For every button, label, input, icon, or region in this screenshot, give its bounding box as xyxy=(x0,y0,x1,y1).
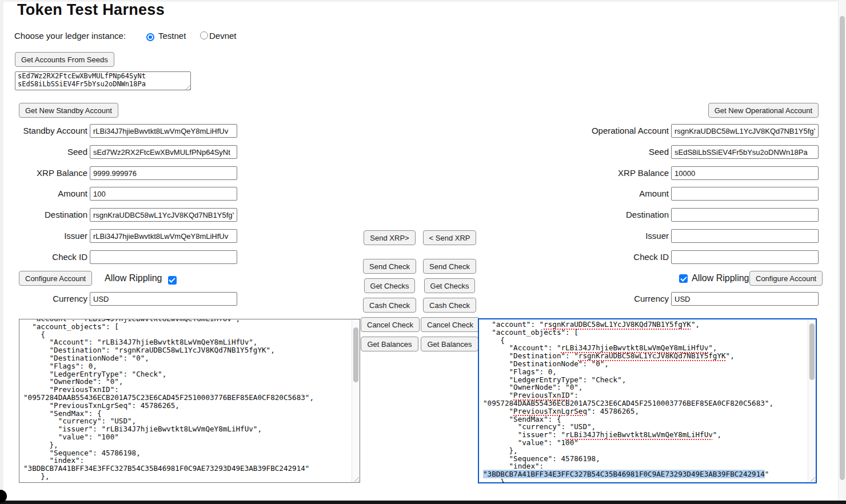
get-accounts-from-seeds-button[interactable]: Get Accounts From Seeds xyxy=(15,52,114,67)
standby-issuer-input[interactable] xyxy=(90,229,237,243)
scrollbar-thumb[interactable] xyxy=(809,323,815,380)
operational-get-checks-button[interactable]: Get Checks xyxy=(424,278,476,293)
operational-xrp-balance-label: XRP Balance xyxy=(580,166,669,180)
standby-issuer-label: Issuer xyxy=(0,229,87,243)
standby-account-label: Standby Account xyxy=(0,124,87,138)
operational-destination-input[interactable] xyxy=(671,208,819,222)
standby-amount-label: Amount xyxy=(0,187,87,201)
standby-currency-input[interactable] xyxy=(90,292,237,306)
standby-get-checks-button[interactable]: Get Checks xyxy=(364,278,416,293)
standby-seed-input[interactable] xyxy=(90,145,237,159)
standby-seed-label: Seed xyxy=(0,145,87,159)
devnet-radio-label[interactable]: Devnet xyxy=(209,31,237,41)
standby-result-scrollbar[interactable] xyxy=(352,319,360,482)
standby-send-check-button[interactable]: Send Check xyxy=(363,259,416,274)
testnet-radio-label[interactable]: Testnet xyxy=(158,31,186,41)
page-scrollbar[interactable] xyxy=(838,0,846,504)
standby-xrp-balance-input[interactable] xyxy=(90,166,237,180)
operational-issuer-label: Issuer xyxy=(580,229,669,243)
standby-check-id-input[interactable] xyxy=(90,250,237,264)
operational-destination-label: Destination xyxy=(580,208,669,222)
operational-xrp-balance-input[interactable] xyxy=(671,166,819,180)
operational-amount-input[interactable] xyxy=(671,187,819,201)
operational-cash-check-button[interactable]: Cash Check xyxy=(423,298,476,313)
standby-account-input[interactable] xyxy=(90,124,237,138)
standby-send-xrp-button[interactable]: Send XRP> xyxy=(364,230,415,245)
operational-send-check-button[interactable]: Send Check xyxy=(423,259,476,274)
seeds-textarea-container: sEd7Wz2RX2FtcEwXBvMULfPNp64SyNt sEdS8iLb… xyxy=(15,71,191,90)
page-title: Token Test Harness xyxy=(17,1,165,19)
operational-check-id-label: Check ID xyxy=(580,250,669,264)
standby-destination-label: Destination xyxy=(0,208,87,222)
standby-cancel-check-button[interactable]: Cancel Check xyxy=(361,317,420,332)
operational-seed-input[interactable] xyxy=(671,145,819,159)
operational-issuer-input[interactable] xyxy=(671,229,819,243)
standby-destination-input[interactable] xyxy=(90,208,237,222)
operational-allow-rippling-label[interactable]: Allow Rippling xyxy=(692,273,749,283)
standby-amount-input[interactable] xyxy=(90,187,237,201)
operational-currency-input[interactable] xyxy=(671,292,819,306)
standby-allow-rippling-checkbox[interactable] xyxy=(168,276,177,285)
scrollbar-thumb[interactable] xyxy=(353,327,358,382)
standby-result-textarea[interactable]: "account": "rLBi34J7hjieBwvtkt8LwVmQeY8m… xyxy=(19,319,360,483)
operational-cancel-check-button[interactable]: Cancel Check xyxy=(421,317,480,332)
operational-send-xrp-button[interactable]: < Send XRP xyxy=(423,230,477,245)
standby-cash-check-button[interactable]: Cash Check xyxy=(363,298,416,313)
get-new-operational-account-button[interactable]: Get New Operational Account xyxy=(708,103,819,118)
standby-configure-account-button[interactable]: Configure Account xyxy=(19,271,92,286)
operational-check-id-input[interactable] xyxy=(671,250,819,264)
operational-account-input[interactable] xyxy=(671,124,819,138)
standby-result-json: "account": "rLBi34J7hjieBwvtkt8LwVmQeY8m… xyxy=(23,319,352,481)
standby-allow-rippling-label[interactable]: Allow Rippling xyxy=(105,273,162,283)
operational-seed-label: Seed xyxy=(580,145,669,159)
operational-currency-label: Currency xyxy=(580,292,669,306)
devnet-radio[interactable] xyxy=(200,31,208,39)
ledger-instance-label: Choose your ledger instance: xyxy=(14,31,126,41)
page-scrollbar-thumb[interactable] xyxy=(840,16,845,480)
operational-result-json: "account": "rsgnKraUDBC58wL1YcJV8KQd7NB1… xyxy=(483,321,808,482)
operational-amount-label: Amount xyxy=(580,187,669,201)
window-bottom-edge xyxy=(0,501,846,504)
operational-get-balances-button[interactable]: Get Balances xyxy=(421,337,478,351)
operational-account-label: Operational Account xyxy=(580,124,669,138)
operational-result-scrollbar[interactable] xyxy=(808,319,816,482)
standby-xrp-balance-label: XRP Balance xyxy=(0,166,87,180)
standby-currency-label: Currency xyxy=(0,292,87,306)
standby-check-id-label: Check ID xyxy=(0,250,87,264)
get-new-standby-account-button[interactable]: Get New Standby Account xyxy=(19,103,118,118)
testnet-radio[interactable] xyxy=(146,33,154,41)
operational-configure-account-button[interactable]: Configure Account xyxy=(749,271,823,286)
operational-result-textarea[interactable]: "account": "rsgnKraUDBC58wL1YcJV8KQd7NB1… xyxy=(478,318,817,483)
operational-allow-rippling-checkbox[interactable] xyxy=(679,274,688,283)
standby-get-balances-button[interactable]: Get Balances xyxy=(361,337,418,351)
seeds-textarea[interactable]: sEd7Wz2RX2FtcEwXBvMULfPNp64SyNt sEdS8iLb… xyxy=(15,71,191,90)
